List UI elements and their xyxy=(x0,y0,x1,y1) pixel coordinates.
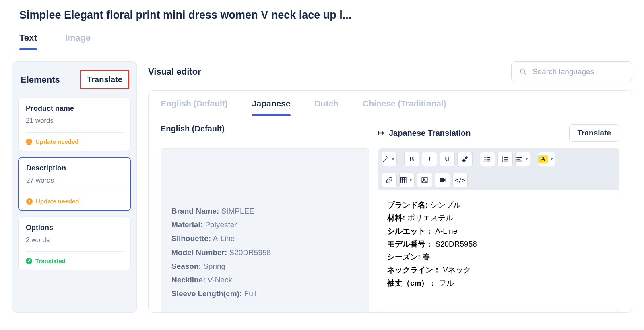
bullet-list-button[interactable] xyxy=(480,152,495,166)
svg-point-4 xyxy=(485,159,486,160)
translate-button[interactable]: Translate xyxy=(569,124,619,142)
editor-box: English (Default) Japanese Dutch Chinese… xyxy=(148,90,632,313)
language-tabs: English (Default) Japanese Dutch Chinese… xyxy=(149,91,632,116)
element-words: 27 words xyxy=(26,176,123,192)
source-text: Brand Name: SIMPLEEMaterial: PolyesterSi… xyxy=(161,193,369,312)
source-pane: Brand Name: SIMPLEEMaterial: PolyesterSi… xyxy=(161,148,369,312)
main-tab-text[interactable]: Text xyxy=(19,33,37,50)
page-title: Simplee Elegant floral print mini dress … xyxy=(12,0,632,33)
sidebar-title: Elements xyxy=(21,75,60,85)
element-name: Product name xyxy=(26,104,123,113)
element-card-description[interactable]: Description 27 words ! Update needed xyxy=(18,157,131,211)
check-icon: ✓ xyxy=(26,258,32,264)
target-heading: Japanese Translation xyxy=(389,129,471,138)
italic-button[interactable]: I xyxy=(422,152,437,166)
lang-tab-english[interactable]: English (Default) xyxy=(161,99,228,116)
search-placeholder: Search languages xyxy=(533,67,594,76)
element-status: ✓ Translated xyxy=(26,257,123,264)
svg-rect-14 xyxy=(516,157,522,158)
svg-point-2 xyxy=(485,157,486,158)
svg-rect-22 xyxy=(422,178,427,183)
svg-point-6 xyxy=(485,160,486,162)
video-button[interactable] xyxy=(435,173,450,187)
status-label: Update needed xyxy=(36,198,79,205)
code-button[interactable]: </> xyxy=(452,173,468,187)
link-button[interactable] xyxy=(382,173,397,187)
svg-text:3: 3 xyxy=(502,160,503,162)
element-words: 21 words xyxy=(26,117,123,133)
element-words: 2 words xyxy=(26,236,123,252)
align-button[interactable]: ▼ xyxy=(515,152,530,166)
editor-title: Visual editor xyxy=(148,66,201,77)
translate-all-button[interactable]: Translate xyxy=(80,70,129,89)
search-icon xyxy=(520,68,527,75)
svg-rect-8 xyxy=(504,157,508,158)
source-blank-area xyxy=(161,149,369,193)
svg-rect-15 xyxy=(516,159,520,160)
text-color-button[interactable]: A▼ xyxy=(538,152,555,166)
lang-tab-chinese[interactable]: Chinese (Traditional) xyxy=(363,99,446,116)
element-name: Options xyxy=(26,224,123,232)
element-name: Description xyxy=(26,164,123,172)
target-text[interactable]: ブランド名: シンプル材料: ポリエステルシルエット： A-Lineモデル番号：… xyxy=(378,190,619,299)
target-pane: ▼ B I U 123 ▼ A▼ ▼ xyxy=(378,148,619,312)
eraser-button[interactable] xyxy=(457,152,473,166)
svg-point-0 xyxy=(520,69,525,73)
lang-tab-dutch[interactable]: Dutch xyxy=(315,99,339,116)
main-tabs: Text Image xyxy=(12,33,632,50)
image-button[interactable] xyxy=(417,173,432,187)
status-label: Translated xyxy=(35,257,66,264)
magic-wand-button[interactable]: ▼ xyxy=(382,152,397,166)
warning-icon: ! xyxy=(26,139,32,145)
source-heading: English (Default) xyxy=(161,124,378,142)
main-tab-image[interactable]: Image xyxy=(65,33,91,50)
elements-sidebar: Elements Translate Product name 21 words… xyxy=(12,61,137,313)
element-card-product-name[interactable]: Product name 21 words ! Update needed xyxy=(18,98,131,151)
svg-rect-7 xyxy=(487,161,490,162)
element-status: ! Update needed xyxy=(26,138,123,145)
svg-rect-17 xyxy=(400,177,406,183)
rich-text-toolbar: ▼ B I U 123 ▼ A▼ ▼ xyxy=(378,149,619,190)
search-languages-input[interactable]: Search languages xyxy=(511,61,632,82)
svg-rect-24 xyxy=(440,178,444,182)
bold-button[interactable]: B xyxy=(404,152,419,166)
svg-rect-16 xyxy=(516,161,522,162)
status-label: Update needed xyxy=(35,138,79,145)
numbered-list-button[interactable]: 123 xyxy=(497,152,513,166)
svg-rect-10 xyxy=(504,161,508,162)
warning-icon: ! xyxy=(26,198,33,205)
svg-line-1 xyxy=(524,73,526,75)
svg-rect-5 xyxy=(487,159,490,160)
table-button[interactable]: ▼ xyxy=(399,173,415,187)
underline-button[interactable]: U xyxy=(440,152,455,166)
arrow-right-icon: ↦ xyxy=(378,129,384,137)
svg-rect-3 xyxy=(487,157,490,158)
element-status: ! Update needed xyxy=(26,198,123,205)
svg-rect-9 xyxy=(504,159,508,160)
editor-area: Visual editor Search languages English (… xyxy=(148,61,632,313)
lang-tab-japanese[interactable]: Japanese xyxy=(252,99,291,116)
element-card-options[interactable]: Options 2 words ✓ Translated xyxy=(18,217,131,270)
